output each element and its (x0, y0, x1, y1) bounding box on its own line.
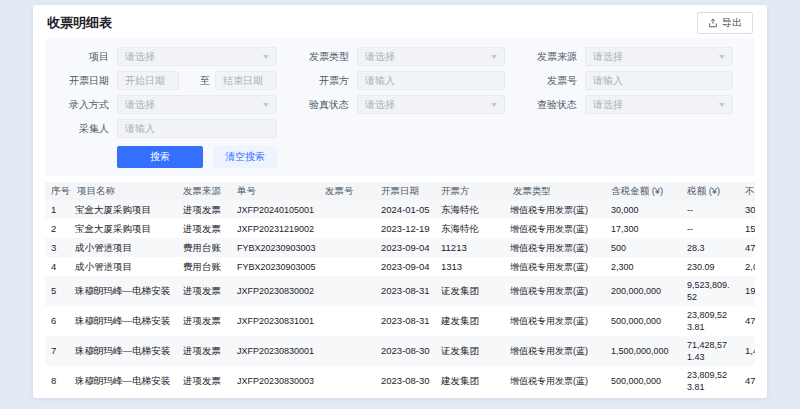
check-status-select-placeholder: 请选择 (593, 98, 715, 112)
issuer-label: 开票方 (293, 74, 349, 88)
invoice-source-link[interactable]: 进项发票 (177, 372, 231, 390)
invoice-no-label: 发票号 (521, 74, 577, 88)
filter-actions: 搜索 清空搜索 (53, 146, 747, 168)
table-cell: 1313 (435, 258, 507, 276)
entry-method-select[interactable]: 请选择 (117, 95, 277, 114)
invoice-source-link[interactable]: 进项发票 (177, 312, 231, 330)
invoice-source-select[interactable]: 请选择 (585, 47, 733, 66)
invoice-source-link[interactable]: 进项发票 (177, 201, 231, 219)
table-cell: 30,000 (605, 201, 681, 219)
table-cell: 2023-12-19 (375, 220, 435, 238)
column-header: 开票日期 (375, 182, 435, 200)
table-cell: 15 (739, 220, 755, 238)
table-cell: 2023-08-30 (375, 342, 435, 360)
table-cell: -- (681, 201, 739, 219)
check-status-label: 查验状态 (521, 98, 577, 112)
table-cell: JXFP20240105001 (231, 201, 319, 219)
issuer-input[interactable] (357, 71, 505, 90)
table-cell: 2024-01-05 (375, 201, 435, 219)
collector-input[interactable] (117, 119, 277, 138)
invoice-source-link[interactable]: 进项发票 (177, 220, 231, 238)
table-cell: 宝盒大厦采购项目 (71, 220, 177, 238)
chevron-down-icon (719, 55, 725, 59)
table-cell: 47 (739, 312, 755, 330)
table-cell: -- (681, 220, 739, 238)
card-header: 收票明细表 导出 (33, 5, 767, 39)
table-cell: 1 (45, 201, 71, 219)
chevron-down-icon (491, 55, 497, 59)
export-button[interactable]: 导出 (697, 12, 753, 34)
chevron-down-icon (263, 103, 269, 107)
table-cell: 2023-08-31 (375, 282, 435, 300)
table-cell: 23,809,523.81 (681, 366, 739, 396)
check-status-select[interactable]: 请选择 (585, 95, 733, 114)
invoice-source-link[interactable]: 进项发票 (177, 282, 231, 300)
entry-method-select-placeholder: 请选择 (125, 98, 259, 112)
table-cell: 增值税专用发票(蓝) (507, 258, 605, 276)
column-header: 发票类型 (507, 182, 605, 200)
verify-status-select-placeholder: 请选择 (365, 98, 487, 112)
table-cell: 建发集团 (435, 312, 507, 330)
table-cell: 增值税专用发票(蓝) (507, 342, 605, 360)
invoice-no-input[interactable] (585, 71, 733, 90)
table-cell (319, 318, 375, 324)
table-cell: 东海特伦 (435, 201, 507, 219)
table-cell: 200,000,000 (605, 282, 681, 300)
invoice-type-select[interactable]: 请选择 (357, 47, 505, 66)
column-header: 发票号 (319, 182, 375, 200)
table-cell: 2,300 (605, 258, 681, 276)
invoice-table: 序号项目名称发票来源单号发票号开票日期开票方发票类型含税金额 (¥)税额 (¥)… (45, 182, 755, 398)
date-start-input[interactable] (117, 71, 179, 90)
filter-panel: 项目 请选择 发票类型 请选择 发票来源 请选择 (45, 39, 755, 176)
table-cell: 证发集团 (435, 282, 507, 300)
table-cell: 47 (739, 239, 755, 257)
invoice-source-link[interactable]: 费用台账 (177, 239, 231, 257)
table-cell: JXFP20230830003 (231, 372, 319, 390)
project-label: 项目 (53, 50, 109, 64)
verify-status-label: 验真状态 (293, 98, 349, 112)
invoice-source-link[interactable]: 进项发票 (177, 342, 231, 360)
project-select[interactable]: 请选择 (117, 47, 277, 66)
table-cell: 4 (45, 258, 71, 276)
table-cell: 17,300 (605, 220, 681, 238)
invoice-source-link[interactable]: 费用台账 (177, 258, 231, 276)
table-cell (319, 348, 375, 354)
table-cell: 2023-09-04 (375, 239, 435, 257)
table-cell: 1,500,000,000 (605, 342, 681, 360)
export-icon (708, 18, 718, 28)
clear-search-button[interactable]: 清空搜索 (213, 146, 277, 168)
main-card: 收票明细表 导出 项目 请选择 发票类型 请选择 (33, 5, 767, 398)
table-cell: 3 (45, 239, 71, 257)
table-cell: 珠穆朗玛峰—电梯安装 (71, 282, 177, 300)
table-cell: 47 (739, 372, 755, 390)
column-header: 项目名称 (71, 182, 177, 200)
column-header: 不含税金额 (¥) (739, 182, 755, 200)
table-cell: JXFP20230830001 (231, 342, 319, 360)
table-cell: 建发集团 (435, 372, 507, 390)
table-body: 1宝盒大厦采购项目进项发票JXFP202401050012024-01-05东海… (45, 200, 755, 396)
table-cell: 2,0 (739, 258, 755, 276)
table-cell: 增值税专用发票(蓝) (507, 201, 605, 219)
table-cell: FYBX20230903005 (231, 258, 319, 276)
table-cell: 宝盒大厦采购项目 (71, 201, 177, 219)
table-cell: 23,809,523.81 (681, 306, 739, 336)
invoice-source-select-placeholder: 请选择 (593, 50, 715, 64)
table-cell: 9,523,809.52 (681, 276, 739, 306)
verify-status-select[interactable]: 请选择 (357, 95, 505, 114)
search-button[interactable]: 搜索 (117, 146, 203, 168)
table-cell: 500 (605, 239, 681, 257)
table-cell: 增值税专用发票(蓝) (507, 372, 605, 390)
table-cell: JXFP20230830002 (231, 282, 319, 300)
table-row: 8珠穆朗玛峰—电梯安装进项发票JXFP202308300032023-08-30… (45, 366, 755, 396)
table-cell: 500,000,000 (605, 312, 681, 330)
table-cell: JXFP20230831001 (231, 312, 319, 330)
table-cell: 增值税专用发票(蓝) (507, 312, 605, 330)
table-cell: JXFP20231219002 (231, 220, 319, 238)
table-cell (319, 264, 375, 270)
invoice-source-label: 发票来源 (521, 50, 577, 64)
date-end-input[interactable] (215, 71, 277, 90)
table-cell (319, 226, 375, 232)
table-cell: 成小管道项目 (71, 258, 177, 276)
column-header: 单号 (231, 182, 319, 200)
table-cell: 19 (739, 282, 755, 300)
